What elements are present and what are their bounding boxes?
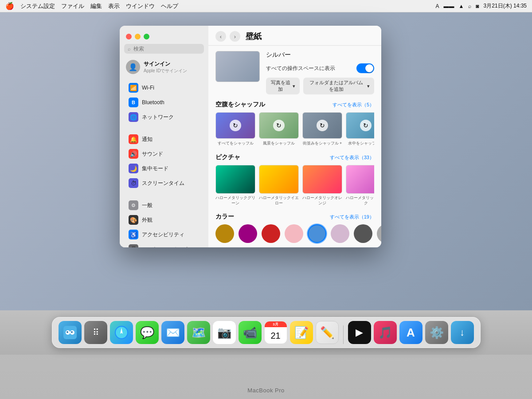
dock-appstore[interactable]: A — [399, 321, 422, 344]
sidebar-item-control[interactable]: 🎛 コントロールセンター — [122, 242, 206, 247]
spaces-toggle-label: すべての操作スペースに表示 — [266, 65, 335, 72]
maximize-button[interactable] — [144, 34, 149, 39]
menu-window[interactable]: ウインドウ — [126, 2, 155, 10]
menu-system-settings[interactable]: システム設定 — [20, 2, 55, 10]
dock-finder[interactable] — [59, 321, 82, 344]
sidebar-item-wifi[interactable]: 📶 Wi-Fi — [122, 81, 206, 95]
sidebar-item-screentime[interactable]: ⏱ スクリーンタイム — [122, 176, 206, 190]
wallpaper-info: シルバー すべての操作スペースに表示 写真を追加 ▾ — [266, 51, 374, 94]
dock-system-settings[interactable]: ⚙️ — [425, 321, 448, 344]
dock-freeform[interactable]: ✏️ — [316, 321, 339, 344]
siri-icon[interactable]: ◙ — [476, 3, 479, 9]
sidebar-item-focus[interactable]: 🌙 集中モード — [122, 161, 206, 176]
shuffle-thumb-1: ↻ — [259, 112, 299, 139]
sidebar-label-wifi: Wi-Fi — [142, 85, 154, 91]
search-icon[interactable]: ⌕ — [468, 3, 471, 9]
menu-edit[interactable]: 編集 — [90, 2, 102, 10]
sidebar-item-network[interactable]: 🌐 ネットワーク — [122, 110, 206, 124]
wifi-icon[interactable]: ▲ — [458, 3, 464, 9]
color-swatch-2[interactable] — [262, 224, 280, 243]
bluetooth-icon: B — [129, 98, 138, 107]
spaces-toggle[interactable] — [356, 63, 374, 73]
shuffle-item-0[interactable]: ↻ すべてをシャッフル — [215, 112, 255, 146]
minimize-button[interactable] — [135, 34, 141, 39]
sidebar-item-notify[interactable]: 🔔 通知 — [122, 132, 206, 146]
picture-grid: ハローメタリックグリーン ハローメタリックイエロー ハローメタリックオレンジ — [215, 165, 374, 206]
dock-calendar[interactable]: 3月 21 — [264, 321, 287, 344]
dock-photos[interactable]: 📷 — [213, 321, 236, 344]
profile-name: サインイン — [144, 60, 187, 68]
color-swatch-5[interactable] — [331, 224, 349, 243]
dock-safari[interactable] — [110, 321, 133, 344]
network-icon: 🌐 — [129, 112, 138, 122]
wifi-icon: 📶 — [129, 83, 138, 93]
accessibility-icon: ♿ — [129, 230, 138, 239]
close-button[interactable] — [126, 34, 132, 39]
forward-button[interactable]: › — [230, 31, 240, 42]
color-show-all[interactable]: すべてを表示（19） — [330, 214, 374, 220]
sidebar-label-accessibility: アクセシビリティ — [142, 231, 184, 239]
sidebar-prefs-section: ⚙ 一般 🎨 外観 ♿ アクセシビリティ 🎛 — [120, 197, 208, 247]
desktop: ⌕ 👤 サインイン Apple IDでサインイン 📶 Wi-Fi — [0, 12, 532, 310]
screentime-icon: ⏱ — [129, 178, 138, 188]
picture-thumb-3 — [346, 165, 374, 194]
color-swatch-7[interactable] — [377, 224, 381, 243]
dock-appletv[interactable]: ▶ — [348, 321, 371, 344]
shuffle-section-header: 空腹をシャッフル すべてを表示（5） — [215, 101, 374, 109]
add-photo-button[interactable]: 写真を追加 ▾ — [266, 78, 300, 94]
shuffle-item-1[interactable]: ↻ 風景をシャッフル — [259, 112, 299, 146]
sidebar-label-focus: 集中モード — [142, 165, 168, 172]
picture-item-2[interactable]: ハローメタリックオレンジ — [302, 165, 342, 206]
general-icon: ⚙ — [129, 200, 138, 210]
dock-migrate[interactable]: ↓ — [451, 321, 474, 344]
search-input[interactable] — [133, 46, 200, 52]
shuffle-item-2[interactable]: ↻ 街並みをシャッフル + — [302, 112, 342, 146]
profile-text: サインイン Apple IDでサインイン — [144, 60, 187, 74]
chevron-down-icon-2: ▾ — [367, 83, 370, 89]
search-bar[interactable]: ⌕ — [124, 44, 204, 54]
dock-messages[interactable]: 💬 — [136, 321, 159, 344]
shuffle-title: 空腹をシャッフル — [215, 101, 265, 109]
sidebar-item-accessibility[interactable]: ♿ アクセシビリティ — [122, 227, 206, 242]
color-title: カラー — [215, 213, 234, 221]
add-folder-button[interactable]: フォルダまたはアルバムを追加 ▾ — [303, 78, 374, 94]
settings-window: ⌕ 👤 サインイン Apple IDでサインイン 📶 Wi-Fi — [120, 26, 381, 247]
picture-item-1[interactable]: ハローメタリックイエロー — [259, 165, 299, 206]
battery-icon: ▬▬ — [443, 3, 454, 9]
picture-thumb-1 — [259, 165, 299, 194]
sidebar-item-appearance[interactable]: 🎨 外観 — [122, 213, 206, 227]
shuffle-label-3: 水中をシャッフル + — [346, 141, 374, 146]
apple-menu[interactable]: 🍎 — [5, 2, 14, 10]
picture-label-1: ハローメタリックイエロー — [259, 196, 299, 206]
shuffle-item-3[interactable]: ↻ 水中をシャッフル + — [346, 112, 374, 146]
dock-notes[interactable]: 📝 — [290, 321, 313, 344]
color-swatch-0[interactable] — [215, 224, 234, 243]
dock-launchpad[interactable]: ⠿ — [84, 321, 107, 344]
picture-item-3[interactable]: ハローメタリックピンク — [346, 165, 374, 206]
dock-facetime[interactable]: 📹 — [239, 321, 262, 344]
menu-view[interactable]: 表示 — [108, 2, 120, 10]
svg-point-4 — [71, 331, 73, 333]
dock-mail[interactable]: ✉️ — [161, 321, 184, 344]
back-button[interactable]: ‹ — [215, 31, 226, 42]
menu-file[interactable]: ファイル — [61, 2, 84, 10]
macbook-frame: 🍎 システム設定 ファイル 編集 表示 ウインドウ ヘルプ A ▬▬ ▲ ⌕ ◙… — [0, 0, 532, 399]
shuffle-label-0: すべてをシャッフル — [215, 141, 255, 146]
picture-item-0[interactable]: ハローメタリックグリーン — [215, 165, 255, 206]
dock-maps[interactable]: 🗺️ — [187, 321, 210, 344]
color-swatch-3[interactable] — [285, 224, 303, 243]
menu-help[interactable]: ヘルプ — [161, 2, 178, 10]
sidebar-item-general[interactable]: ⚙ 一般 — [122, 198, 206, 212]
sidebar-item-bluetooth[interactable]: B Bluetooth — [122, 95, 206, 110]
sidebar-item-sound[interactable]: 🔊 サウンド — [122, 147, 206, 161]
input-indicator[interactable]: A — [435, 3, 439, 9]
svg-point-3 — [66, 331, 68, 333]
color-swatch-4[interactable] — [308, 224, 326, 243]
color-swatch-1[interactable] — [239, 224, 257, 243]
sidebar-profile[interactable]: 👤 サインイン Apple IDでサインイン — [120, 57, 208, 77]
picture-show-all[interactable]: すべてを表示（33） — [330, 154, 374, 161]
dock-music[interactable]: 🎵 — [374, 321, 397, 344]
color-swatch-6[interactable] — [354, 224, 372, 243]
sidebar-label-network: ネットワーク — [142, 113, 174, 121]
shuffle-show-all[interactable]: すべてを表示（5） — [332, 102, 374, 108]
